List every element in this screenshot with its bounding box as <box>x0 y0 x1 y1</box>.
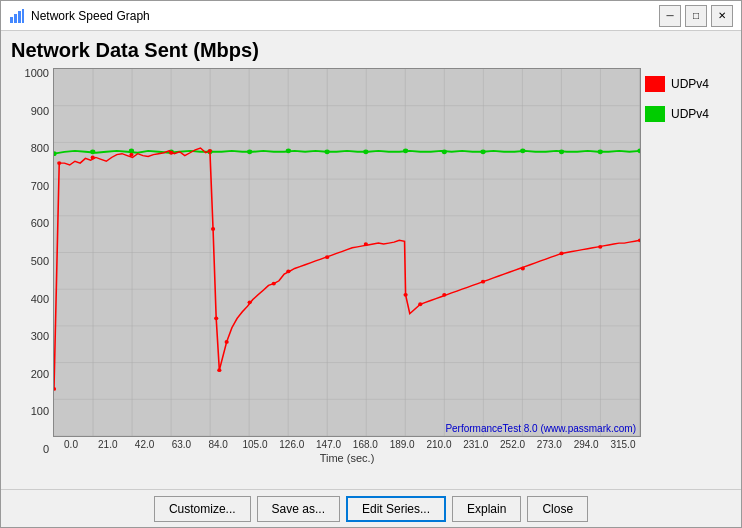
svg-point-61 <box>404 293 408 297</box>
y-label-1000: 1000 <box>25 68 49 79</box>
svg-point-43 <box>559 149 564 154</box>
svg-point-47 <box>57 161 61 165</box>
svg-point-62 <box>418 302 422 306</box>
svg-point-41 <box>480 149 485 154</box>
edit-series-button[interactable]: Edit Series... <box>346 496 446 522</box>
legend-color-green <box>645 106 665 122</box>
maximize-button[interactable]: □ <box>685 5 707 27</box>
svg-point-53 <box>214 316 218 320</box>
y-axis: 1000 900 800 700 600 500 400 300 200 100… <box>11 68 53 485</box>
legend-label-1: UDPv4 <box>671 107 709 121</box>
close-window-button[interactable]: ✕ <box>711 5 733 27</box>
svg-point-59 <box>325 255 329 259</box>
chart-container: 1000 900 800 700 600 500 400 300 200 100… <box>11 68 731 485</box>
x-label-63: 63.0 <box>163 439 199 450</box>
app-icon <box>9 8 25 24</box>
svg-point-52 <box>211 227 215 231</box>
explain-button[interactable]: Explain <box>452 496 521 522</box>
title-bar: Network Speed Graph ─ □ ✕ <box>1 1 741 31</box>
svg-point-55 <box>225 340 229 344</box>
minimize-button[interactable]: ─ <box>659 5 681 27</box>
legend-label-0: UDPv4 <box>671 77 709 91</box>
y-label-900: 900 <box>31 106 49 117</box>
y-label-600: 600 <box>31 218 49 229</box>
svg-point-65 <box>521 267 525 271</box>
svg-point-57 <box>272 282 276 286</box>
x-label-0: 0.0 <box>53 439 89 450</box>
y-label-0: 0 <box>43 444 49 455</box>
x-label-210: 210.0 <box>421 439 457 450</box>
legend-color-red <box>645 76 665 92</box>
svg-rect-3 <box>22 9 24 23</box>
x-label-294: 294.0 <box>568 439 604 450</box>
chart-wrapper: PerformanceTest 8.0 (www.passmark.com) 0… <box>53 68 641 485</box>
y-label-300: 300 <box>31 331 49 342</box>
chart-svg <box>54 69 640 436</box>
svg-point-50 <box>169 151 173 155</box>
y-label-200: 200 <box>31 369 49 380</box>
svg-point-40 <box>442 149 447 154</box>
svg-rect-0 <box>10 17 13 23</box>
svg-point-31 <box>90 149 95 154</box>
svg-point-49 <box>129 153 133 157</box>
x-axis: 0.0 21.0 42.0 63.0 84.0 105.0 126.0 147.… <box>53 437 641 485</box>
window-controls: ─ □ ✕ <box>659 5 733 27</box>
svg-point-32 <box>129 149 134 154</box>
save-as-button[interactable]: Save as... <box>257 496 340 522</box>
svg-point-37 <box>325 149 330 154</box>
y-label-100: 100 <box>31 406 49 417</box>
svg-point-51 <box>208 149 212 153</box>
x-label-168: 168.0 <box>347 439 383 450</box>
svg-point-38 <box>363 149 368 154</box>
svg-point-63 <box>442 293 446 297</box>
svg-point-58 <box>286 269 290 273</box>
svg-rect-2 <box>18 11 21 23</box>
chart-and-legend: PerformanceTest 8.0 (www.passmark.com) 0… <box>53 68 731 485</box>
legend: UDPv4 UDPv4 <box>641 68 731 485</box>
svg-point-64 <box>481 280 485 284</box>
x-label-231: 231.0 <box>458 439 494 450</box>
svg-rect-1 <box>14 14 17 23</box>
svg-point-67 <box>598 245 602 249</box>
x-axis-title: Time (sec.) <box>53 452 641 464</box>
x-label-147: 147.0 <box>311 439 347 450</box>
content-area: Network Data Sent (Mbps) 1000 900 800 70… <box>1 31 741 489</box>
x-labels: 0.0 21.0 42.0 63.0 84.0 105.0 126.0 147.… <box>53 437 641 450</box>
svg-point-48 <box>91 156 95 160</box>
x-label-315: 315.0 <box>605 439 641 450</box>
main-window: Network Speed Graph ─ □ ✕ Network Data S… <box>0 0 742 528</box>
x-label-105: 105.0 <box>237 439 273 450</box>
x-label-189: 189.0 <box>384 439 420 450</box>
close-button[interactable]: Close <box>527 496 588 522</box>
window-title: Network Speed Graph <box>31 9 659 23</box>
chart-plot: PerformanceTest 8.0 (www.passmark.com) <box>53 68 641 437</box>
x-label-21: 21.0 <box>90 439 126 450</box>
footer-bar: Customize... Save as... Edit Series... E… <box>1 489 741 527</box>
y-label-400: 400 <box>31 294 49 305</box>
svg-point-36 <box>286 149 291 154</box>
y-label-700: 700 <box>31 181 49 192</box>
svg-point-66 <box>559 252 563 256</box>
customize-button[interactable]: Customize... <box>154 496 251 522</box>
svg-point-39 <box>403 149 408 154</box>
y-label-800: 800 <box>31 143 49 154</box>
legend-item-0: UDPv4 <box>645 76 727 92</box>
watermark: PerformanceTest 8.0 (www.passmark.com) <box>445 423 636 434</box>
svg-point-60 <box>364 242 368 246</box>
x-label-252: 252.0 <box>495 439 531 450</box>
x-label-273: 273.0 <box>531 439 567 450</box>
svg-point-56 <box>248 300 252 304</box>
svg-point-35 <box>247 149 252 154</box>
x-label-42: 42.0 <box>127 439 163 450</box>
legend-item-1: UDPv4 <box>645 106 727 122</box>
x-label-126: 126.0 <box>274 439 310 450</box>
chart-title: Network Data Sent (Mbps) <box>11 39 731 62</box>
svg-point-42 <box>520 149 525 154</box>
x-label-84: 84.0 <box>200 439 236 450</box>
y-label-500: 500 <box>31 256 49 267</box>
svg-point-44 <box>598 149 603 154</box>
